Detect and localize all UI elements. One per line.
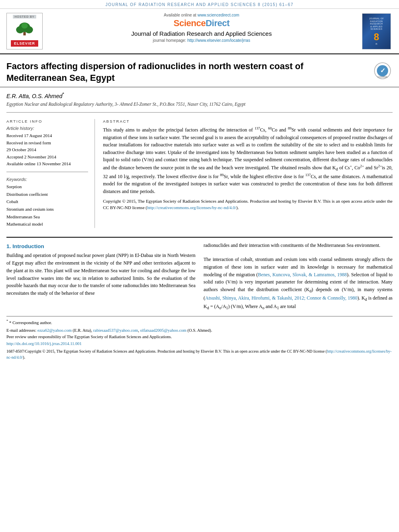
- abstract-col: Abstract This study aims to analyze the …: [103, 119, 393, 228]
- authors: E.R. Atta, O.S. Ahmed*: [6, 91, 393, 99]
- elsevier-logo: Hosted by ELSEVIER: [6, 13, 43, 49]
- svg-rect-4: [23, 32, 26, 35]
- available-online-text: Available online at www.sciencedirect.co…: [47, 13, 356, 17]
- doi-line: http://dx.doi.org/10.1016/j.jrras.2014.1…: [6, 341, 393, 347]
- homepage-url[interactable]: http://www.elsevier.com/locate/jrras: [187, 38, 250, 43]
- svg-point-5: [21, 23, 28, 29]
- sciencedirect-url[interactable]: www.sciencedirect.com: [197, 13, 239, 17]
- main-content: 1. Introduction Building and operation o…: [0, 237, 399, 311]
- authors-section: E.R. Atta, O.S. Ahmed* Egyption Nuclear …: [0, 87, 399, 109]
- available-online-date: Available online 13 November 2014: [6, 160, 88, 168]
- email-link-atta[interactable]: ezza62@yahoo.com: [37, 328, 72, 333]
- article-title: Factors affecting dispersion of radionuc…: [6, 61, 372, 84]
- section1-text-left: Building and operation of proposed nucle…: [6, 252, 195, 297]
- hosted-by-label: Hosted by: [13, 15, 36, 18]
- affiliation: Egyption Nuclear and Radiological Regula…: [6, 101, 393, 107]
- corresponding-author-note: * * Corresponding author.: [6, 319, 393, 326]
- article-info-label: Article Info: [6, 119, 88, 123]
- email-link-ahmed2[interactable]: olfatsaad2005@yahoo.com: [140, 328, 187, 333]
- svg-text:✓: ✓: [380, 67, 385, 74]
- issn-line: 1687-8507/Copyright © 2015, The Egyptian…: [6, 348, 393, 360]
- keywords-section: Keywords: Sorption Distribution coeffici…: [6, 177, 88, 228]
- ref-atsushi[interactable]: Atsushi, Shinya, Akira, Hirofumi, & Taka…: [205, 295, 357, 301]
- article-history-label: Article history:: [6, 126, 88, 131]
- elsevier-tree-icon: [10, 21, 39, 37]
- abstract-label: Abstract: [103, 119, 393, 123]
- keyword-strontium: Strontium and cesium ions: [6, 205, 88, 213]
- received-revised-date: Received in revised form29 October 2014: [6, 140, 88, 154]
- keyword-sorption: Sorption: [6, 183, 88, 191]
- article-title-section: Factors affecting dispersion of radionuc…: [0, 54, 399, 87]
- divider-after-authors: [6, 112, 393, 113]
- keyword-distribution: Distribution coefficient: [6, 191, 88, 198]
- crossmark-icon: ✓ CrossMark: [374, 62, 391, 79]
- keyword-mathematical-model: Mathematical model: [6, 220, 88, 228]
- sciencedirect-brand: ScienceDirect: [47, 18, 356, 29]
- svg-text:CrossMark: CrossMark: [378, 76, 388, 78]
- journal-homepage: journal homepage: http://www.elsevier.co…: [47, 38, 356, 43]
- article-info-col: Article Info Article history: Received 1…: [6, 119, 95, 228]
- body-two-col: 1. Introduction Building and operation o…: [6, 242, 393, 311]
- section1-heading: 1. Introduction: [6, 243, 195, 249]
- email-footnote: E-mail addresses: ezza62@yahoo.com (E.R.…: [6, 327, 393, 334]
- keywords-label: Keywords:: [6, 177, 88, 182]
- received-date: Received 17 August 2014: [6, 132, 88, 140]
- body-divider: [6, 237, 393, 238]
- doi-link[interactable]: http://dx.doi.org/10.1016/j.jrras.2014.1…: [6, 341, 82, 346]
- cc-license-link[interactable]: http://creativecommons.org/licenses/by-n…: [147, 205, 237, 210]
- journal-title-header: Journal of Radiation Research and Applie…: [47, 30, 356, 37]
- copyright-text: Copyright © 2015, The Egyptian Society o…: [103, 198, 393, 211]
- divider-keywords: [6, 172, 88, 172]
- header-center: Available online at www.sciencedirect.co…: [47, 13, 356, 53]
- journal-header: Hosted by ELSEVIER Available online at w…: [0, 9, 399, 54]
- peer-review-note: Peer review under responsibility of The …: [6, 334, 393, 340]
- journal-banner: Journal of Radiation Research and Applie…: [0, 0, 399, 9]
- accepted-date: Accepted 2 November 2014: [6, 154, 88, 161]
- body-col-left: 1. Introduction Building and operation o…: [6, 242, 195, 311]
- elsevier-label: ELSEVIER: [11, 40, 39, 47]
- crossmark-badge[interactable]: ✓ CrossMark: [372, 61, 393, 81]
- footnote-section: * * Corresponding author. E-mail address…: [6, 316, 393, 363]
- email-link-ahmed1[interactable]: rabiesaad537@yahoo.com: [93, 328, 138, 333]
- section1-text-right-2: The interaction of cobalt, strontium and…: [204, 256, 393, 312]
- keyword-mediterranean: Mediterranean Sea: [6, 213, 88, 221]
- ref-benes[interactable]: Benes, Kuncova, Slovak, & Lamramos, 1988: [258, 272, 347, 277]
- journal-cover: JOURNAL OFRADIATIONRESEARCH& APPLIEDSCIE…: [360, 13, 393, 49]
- body-col-right: radionuclides and their interaction with…: [204, 242, 393, 311]
- journal-cover-image: JOURNAL OFRADIATIONRESEARCH& APPLIEDSCIE…: [362, 13, 391, 49]
- keyword-cobalt: Cobalt: [6, 198, 88, 205]
- footer-cc-link[interactable]: http://creativecommons.org/licenses/by-n…: [6, 349, 392, 359]
- abstract-text: This study aims to analyze the principal…: [103, 126, 393, 195]
- section1-text-right-1: radionuclides and their interaction with…: [204, 242, 393, 249]
- article-info-abstract-section: Article Info Article history: Received 1…: [0, 116, 399, 233]
